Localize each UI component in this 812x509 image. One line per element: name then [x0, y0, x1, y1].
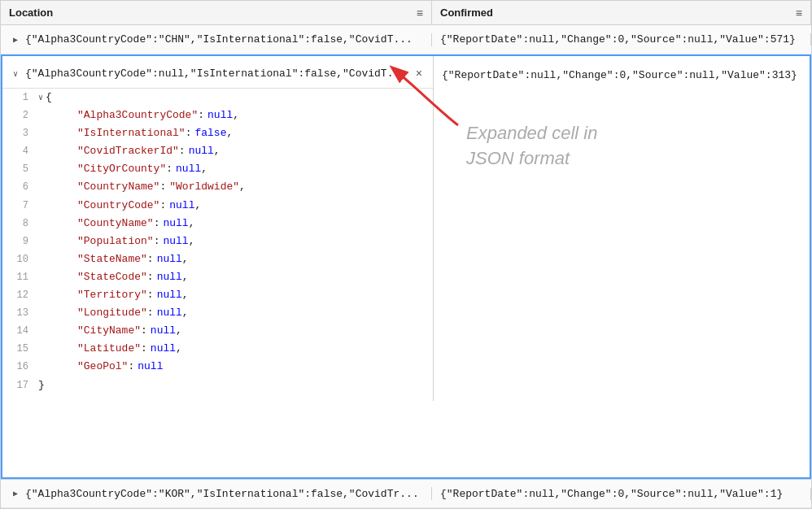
json-line-10: 10 "StateName" : null ,	[9, 250, 426, 268]
row2-location-preview: {"Alpha3CountryCode":null,"IsInternation…	[25, 67, 407, 80]
json-line-11: 11 "StateCode" : null ,	[9, 268, 426, 286]
json-line-5: 5 "CityOrCounty" : null ,	[9, 160, 426, 178]
annotation-line2: JSON format	[466, 146, 597, 172]
confirmed-header-label: Confirmed	[440, 7, 493, 19]
row1-expand-btn[interactable]: ▶	[9, 33, 22, 46]
location-header: Location ≡	[1, 1, 432, 24]
row2-expand-btn[interactable]: ∨	[9, 67, 22, 80]
table-row-bottom: ▶ {"Alpha3CountryCode":"KOR","IsInternat…	[1, 479, 811, 508]
json-line-12: 12 "Territory" : null ,	[9, 286, 426, 304]
row3-location-text: {"Alpha3CountryCode":"KOR","IsInternatio…	[25, 488, 419, 500]
row3-confirmed-text: {"ReportDate":null,"Change":0,"Source":n…	[440, 488, 783, 500]
json-line-16: 16 "GeoPol" : null	[9, 358, 426, 376]
row2-confirmed-text: {"ReportDate":null,"Change":0,"Source":n…	[442, 69, 797, 81]
expanded-location-cell: ∨ {"Alpha3CountryCode":null,"IsInternati…	[2, 56, 434, 401]
json-line-3: 3 "IsInternational" : false ,	[9, 124, 426, 142]
json-line-9: 9 "Population" : null ,	[9, 233, 426, 250]
json-line-2: 2 "Alpha3CountryCode" : null ,	[9, 107, 426, 124]
row3-expand-btn[interactable]: ▶	[9, 487, 22, 500]
table-row-expanded: ∨ {"Alpha3CountryCode":null,"IsInternati…	[1, 54, 811, 479]
expanded-confirmed-cell: {"ReportDate":null,"Change":0,"Source":n…	[434, 56, 810, 88]
json-toggle-1[interactable]: ∨	[38, 91, 43, 105]
row1-location-text: {"Alpha3CountryCode":"CHN","IsInternatio…	[25, 33, 413, 46]
json-line-15: 15 "Latitude" : null ,	[9, 340, 426, 358]
row3-location-cell: ▶ {"Alpha3CountryCode":"KOR","IsInternat…	[1, 487, 432, 500]
row1-confirmed-text: {"ReportDate":null,"Change":0,"Source":n…	[440, 33, 796, 46]
json-line-17: 17 }	[9, 376, 426, 394]
location-header-label: Location	[9, 7, 53, 19]
grid-header: Location ≡ Confirmed ≡	[1, 1, 811, 25]
json-line-14: 14 "CityName" : null ,	[9, 322, 426, 340]
json-line-8: 8 "CountyName" : null ,	[9, 215, 426, 233]
confirmed-menu-icon[interactable]: ≡	[796, 7, 802, 20]
grid-body: ▶ {"Alpha3CountryCode":"CHN","IsInternat…	[1, 25, 811, 508]
annotation-text-container: Expanded cell in JSON format	[466, 121, 597, 172]
json-viewer: 1 ∨ { 2 "Alpha3CountryCode" : null ,	[2, 89, 433, 394]
json-line-6: 6 "CountryName" : "Worldwide" ,	[9, 178, 426, 196]
grid-container: Location ≡ Confirmed ≡ ▶ {"Alpha3Country…	[0, 0, 812, 509]
confirmed-header: Confirmed ≡	[432, 1, 811, 24]
row2-close-btn[interactable]: ×	[412, 67, 426, 81]
json-line-7: 7 "CountryCode" : null ,	[9, 197, 426, 215]
json-line-13: 13 "Longitude" : null ,	[9, 304, 426, 322]
json-line-4: 4 "CovidTrackerId" : null ,	[9, 142, 426, 160]
table-row: ▶ {"Alpha3CountryCode":"CHN","IsInternat…	[1, 25, 811, 54]
annotation-line1: Expanded cell in	[466, 121, 597, 146]
json-line-1: 1 ∨ {	[9, 89, 426, 107]
row1-location-cell: ▶ {"Alpha3CountryCode":"CHN","IsInternat…	[1, 33, 432, 46]
row3-confirmed-cell: {"ReportDate":null,"Change":0,"Source":n…	[432, 488, 811, 500]
row1-confirmed-cell: {"ReportDate":null,"Change":0,"Source":n…	[432, 33, 811, 46]
location-menu-icon[interactable]: ≡	[417, 7, 423, 20]
